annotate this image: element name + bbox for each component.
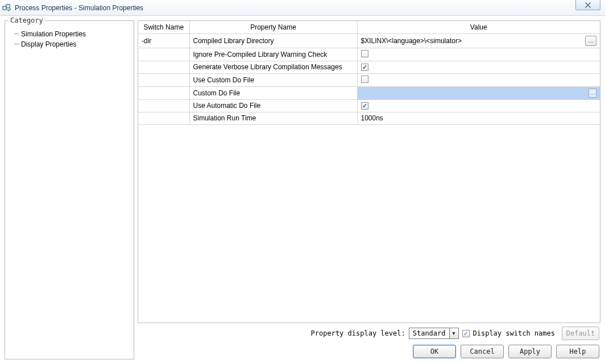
tree-branch-icon: ─ (13, 30, 20, 38)
category-panel: Category ─ Simulation Properties ─ Displ… (5, 20, 134, 359)
category-legend: Category (9, 16, 45, 24)
svg-rect-0 (3, 6, 6, 10)
checkbox[interactable] (361, 76, 368, 83)
chevron-down-icon: ▼ (449, 328, 458, 338)
category-item-label: Display Properties (20, 40, 77, 48)
display-level-combo[interactable]: Standard ▼ (409, 328, 459, 339)
category-item-simulation-properties[interactable]: ─ Simulation Properties (11, 29, 128, 39)
value-text[interactable]: $XILINX\<language>\<simulator> (361, 37, 583, 45)
cell-value[interactable]: 1000ns (357, 112, 600, 124)
cell-value[interactable]: $XILINX\<language>\<simulator>... (357, 34, 600, 48)
cell-property-name: Compiled Library Directory (189, 34, 357, 48)
controls-row: Property display level: Standard ▼ Displ… (138, 323, 600, 342)
table-row[interactable]: Custom Do File… (138, 86, 600, 99)
browse-button[interactable]: ... (585, 36, 596, 46)
category-tree: ─ Simulation Properties ─ Display Proper… (7, 27, 131, 52)
svg-rect-1 (6, 5, 10, 8)
cell-switch (138, 112, 189, 124)
table-row[interactable]: Use Automatic Do File (138, 99, 600, 112)
dialog-button-row: OK Cancel Apply Help (138, 342, 600, 359)
title-bar: Process Properties - Simulation Properti… (0, 0, 605, 16)
cell-switch (138, 86, 189, 99)
cell-value[interactable]: … (357, 86, 600, 99)
checkbox[interactable] (361, 50, 368, 57)
properties-table: Switch Name Property Name Value -dirComp… (138, 21, 600, 125)
display-switch-names-checkbox[interactable] (462, 330, 470, 337)
table-row[interactable]: Simulation Run Time1000ns (138, 112, 600, 124)
cell-switch (138, 61, 189, 73)
cell-switch (138, 99, 189, 112)
dialog-body: Category ─ Simulation Properties ─ Displ… (0, 16, 605, 364)
table-row[interactable]: Generate Verbose Library Compilation Mes… (138, 61, 600, 73)
close-button[interactable] (575, 0, 600, 10)
checkbox[interactable] (361, 64, 368, 71)
col-header-switch[interactable]: Switch Name (138, 21, 189, 34)
properties-table-container: Switch Name Property Name Value -dirComp… (138, 20, 600, 323)
browse-button[interactable]: … (589, 89, 596, 98)
cell-value[interactable] (357, 61, 600, 73)
default-button[interactable]: Default (562, 327, 599, 340)
apply-button[interactable]: Apply (508, 345, 552, 358)
col-header-property[interactable]: Property Name (189, 21, 357, 34)
category-item-label: Simulation Properties (20, 30, 87, 38)
col-header-value[interactable]: Value (357, 21, 600, 34)
display-switch-names-label: Display switch names (473, 329, 556, 337)
cell-value[interactable] (357, 99, 600, 112)
cell-property-name: Generate Verbose Library Compilation Mes… (189, 61, 357, 73)
cell-property-name: Use Automatic Do File (189, 99, 357, 112)
cell-switch: -dir (138, 34, 189, 48)
checkbox[interactable] (361, 102, 368, 110)
table-row[interactable]: Ignore Pre-Compiled Library Warning Chec… (138, 48, 600, 61)
table-header-row: Switch Name Property Name Value (138, 21, 600, 34)
table-row[interactable]: -dirCompiled Library Directory$XILINX\<l… (138, 34, 600, 48)
window-controls (575, 0, 600, 10)
cell-property-name: Ignore Pre-Compiled Library Warning Chec… (189, 48, 357, 61)
category-item-display-properties[interactable]: ─ Display Properties (11, 39, 128, 49)
cell-value[interactable] (357, 48, 600, 61)
app-icon (2, 3, 11, 12)
category-groupbox: Category ─ Simulation Properties ─ Displ… (5, 20, 134, 359)
tree-branch-icon: ─ (13, 40, 20, 48)
cell-value[interactable] (357, 73, 600, 86)
cancel-button[interactable]: Cancel (461, 345, 504, 358)
window-title: Process Properties - Simulation Properti… (15, 4, 143, 12)
ok-button[interactable]: OK (413, 345, 456, 358)
table-row[interactable]: Use Custom Do File (138, 73, 600, 86)
cell-property-name: Custom Do File (189, 86, 357, 99)
cell-switch (138, 48, 189, 61)
properties-panel: Switch Name Property Name Value -dirComp… (138, 20, 600, 359)
cell-switch (138, 73, 189, 86)
cell-property-name: Use Custom Do File (189, 73, 357, 86)
cell-property-name: Simulation Run Time (189, 112, 357, 124)
display-level-label: Property display level: (311, 329, 405, 337)
display-level-value: Standard (409, 328, 449, 338)
help-button[interactable]: Help (556, 345, 599, 358)
